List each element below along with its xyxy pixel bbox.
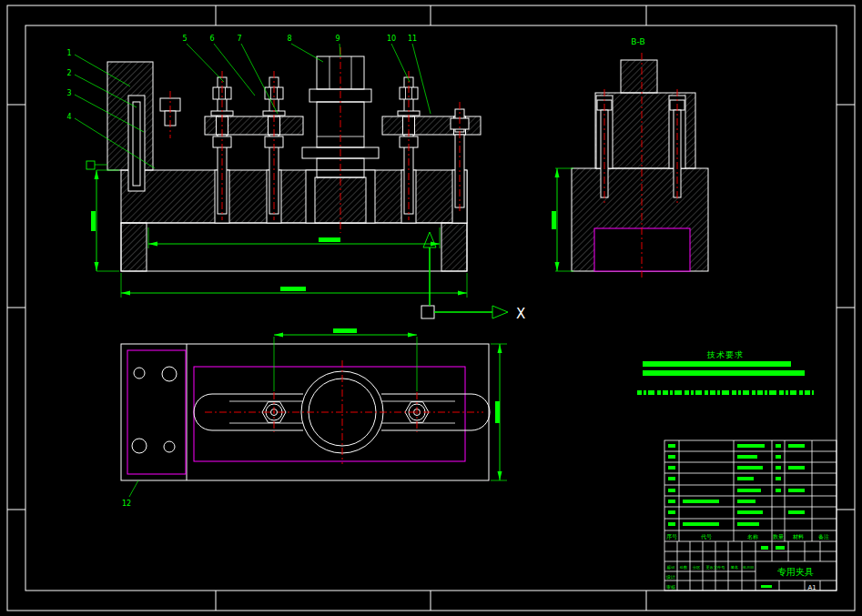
bom-header: 材料	[792, 533, 804, 540]
balloon-number: 11	[408, 35, 417, 43]
balloon-number: 3	[66, 89, 71, 97]
mounting-hole	[162, 367, 177, 381]
revision-label: 更改文件号	[706, 565, 726, 570]
locating-pin	[133, 102, 140, 186]
section-view-bb: B-B	[552, 37, 708, 278]
cad-canvas: 1 2 3 4 5 6 7 8 9 10 11 B-B	[0, 0, 862, 616]
front-section-view: 1 2 3 4 5 6 7 8 9 10 11	[66, 35, 481, 298]
bb-dimension	[552, 168, 573, 271]
balloon-number: 9	[335, 35, 340, 43]
balloon-number: 8	[287, 35, 291, 43]
plan-view: 12	[121, 328, 507, 508]
balloon-number: 12	[122, 500, 131, 508]
bom-header: 备注	[818, 533, 829, 540]
role-label: 设计	[665, 574, 675, 580]
drawing-sheet: 1 2 3 4 5 6 7 8 9 10 11 B-B	[0, 0, 862, 616]
revision-label: 分区	[693, 565, 701, 570]
arrow-right-icon	[492, 306, 508, 318]
tech-requirements: 技术要求	[637, 350, 814, 393]
dim-label-bar	[333, 328, 357, 333]
bom-header: 序号	[666, 533, 677, 540]
datum-symbol	[86, 161, 95, 169]
workpiece-outline	[594, 228, 690, 271]
base-end-section	[441, 223, 467, 271]
mounting-hole	[134, 368, 145, 379]
balloon-number: 4	[66, 113, 71, 121]
ucs-origin-box	[421, 306, 434, 318]
revision-grid: 标记 处数 分区 更改文件号 签名 年月日 设计 审核	[664, 541, 756, 591]
balloon-number: 6	[209, 35, 214, 43]
sheet-size: A1	[807, 584, 816, 591]
balloon-number: 7	[237, 35, 241, 43]
revision-label: 标记	[667, 565, 675, 571]
balloon-number: 1	[66, 49, 71, 57]
cell-text-bar	[776, 546, 785, 550]
drawing-title: 专用夹具	[777, 567, 814, 577]
revision-label: 签名	[731, 565, 738, 570]
dim-label-bar	[91, 211, 96, 231]
mounting-hole	[132, 439, 147, 453]
dim-label-bar	[280, 287, 306, 291]
balloon-number: 10	[387, 35, 396, 43]
revision-label: 处数	[680, 565, 688, 570]
balloon-number: 2	[66, 69, 71, 77]
revision-label: 年月日	[743, 565, 755, 570]
dim-label-bar	[319, 237, 340, 242]
mounting-hole	[164, 441, 175, 452]
role-label: 审核	[666, 584, 675, 590]
base-end-section	[121, 223, 147, 271]
base-plate	[121, 223, 467, 271]
x-axis-label: X	[516, 306, 525, 322]
tech-req-title: 技术要求	[706, 350, 744, 359]
cell-text-bar	[761, 585, 772, 588]
tech-req-line-bar	[643, 361, 791, 367]
tech-req-line-bar	[643, 370, 805, 376]
section-label: B-B	[631, 37, 644, 46]
bom-header: 名称	[747, 533, 758, 540]
dim-label-bar	[552, 211, 556, 229]
dim-label-bar	[495, 401, 500, 423]
bom-header: 数量	[773, 533, 784, 540]
cell-text-bar	[761, 546, 768, 550]
balloon-number: 5	[182, 35, 187, 43]
title-area: 专用夹具 A1	[756, 541, 837, 591]
ucs-icon: X	[421, 232, 525, 322]
bom-header: 代号	[700, 533, 712, 540]
title-block: 序号 代号 名称 数量 材料 备注 标记 处数 分区 更改文件号 签名 年月日	[664, 440, 837, 591]
bom-table: 序号 代号 名称 数量 材料 备注	[664, 440, 837, 541]
